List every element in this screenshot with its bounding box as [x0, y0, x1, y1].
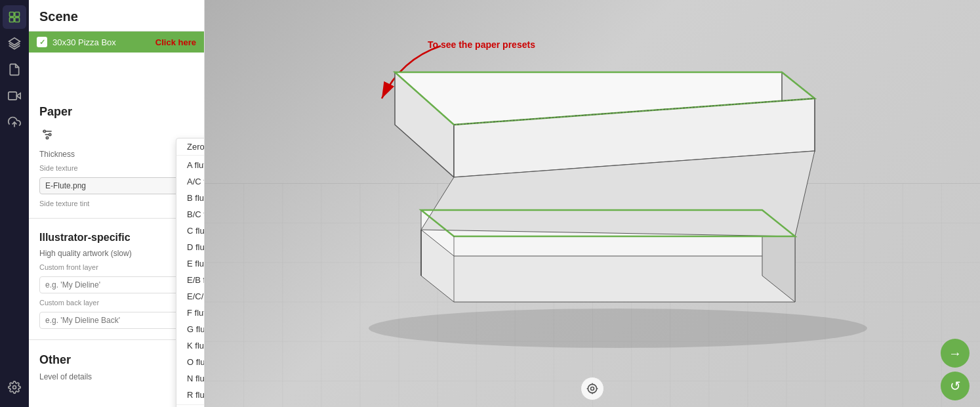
svg-marker-5 — [16, 93, 20, 98]
paper-section-title: Paper — [29, 105, 204, 124]
dropdown-edit-presets[interactable]: Edit Presets... — [176, 404, 205, 407]
side-panel: Scene 30x30 Pizza Box Click here Paper T… — [29, 0, 205, 407]
svg-point-18 — [369, 309, 867, 348]
dropdown-item-eb-flute[interactable]: E/B flute — [176, 272, 205, 288]
dropdown-item-a-flute[interactable]: A flute — [176, 157, 205, 173]
svg-point-14 — [46, 137, 48, 139]
layers-icon[interactable] — [3, 32, 26, 55]
click-here-label: Click here — [155, 37, 196, 47]
upload-icon[interactable] — [3, 110, 26, 134]
scene-item-checkbox[interactable] — [37, 37, 47, 47]
camera-icon[interactable] — [3, 84, 26, 108]
presets-dropdown: Zero thickness A flute A/C flute B flute… — [176, 138, 205, 407]
center-view-button[interactable] — [581, 377, 604, 400]
svg-point-12 — [43, 130, 45, 132]
reset-icon: ↺ — [950, 378, 961, 394]
dropdown-item-d-flute[interactable]: D flute — [176, 239, 205, 255]
dropdown-item-bc-flute[interactable]: B/C flute — [176, 206, 205, 223]
custom-front-input[interactable] — [39, 276, 194, 293]
icon-bar — [0, 0, 29, 407]
thickness-label: Thickness — [39, 150, 75, 159]
dropdown-item-zero-thickness[interactable]: Zero thickness — [176, 139, 205, 156]
dropdown-item-c-flute[interactable]: C flute — [176, 223, 205, 239]
svg-rect-2 — [10, 18, 14, 22]
dropdown-item-e-flute[interactable]: E flute — [176, 255, 205, 272]
dropdown-item-g-flute[interactable]: G flute — [176, 321, 205, 337]
custom-back-input[interactable] — [39, 312, 194, 329]
svg-point-8 — [13, 386, 16, 389]
svg-point-33 — [591, 387, 594, 391]
dropdown-item-ece-flute[interactable]: E/C/E flute — [176, 288, 205, 305]
dropdown-item-r-flute[interactable]: R flute — [176, 387, 205, 403]
level-details-label: Level of details — [39, 372, 92, 381]
dropdown-item-f-flute[interactable]: F flute — [176, 305, 205, 321]
dropdown-item-n-flute[interactable]: N flute — [176, 370, 205, 387]
svg-rect-3 — [15, 18, 20, 22]
svg-rect-1 — [15, 12, 20, 17]
side-texture-input[interactable]: E-Flute.png — [39, 177, 194, 194]
next-icon: → — [949, 346, 962, 361]
scene-item[interactable]: 30x30 Pizza Box Click here — [29, 31, 204, 53]
side-texture-value: E-Flute.png — [45, 181, 86, 190]
reset-button[interactable]: ↺ — [941, 372, 970, 400]
logo-icon[interactable] — [3, 5, 26, 29]
dropdown-item-k-flute[interactable]: K flute — [176, 337, 205, 354]
filter-presets-button[interactable] — [39, 127, 55, 144]
quality-label: High quality artwork (slow) — [39, 249, 132, 258]
dropdown-item-b-flute[interactable]: B flute — [176, 190, 205, 206]
dropdown-item-ac-flute[interactable]: A/C flute — [176, 173, 205, 190]
scene-item-label: 30x30 Pizza Box — [52, 37, 153, 47]
viewport[interactable]: To see the paper presets — [205, 0, 980, 407]
target-icon — [586, 382, 599, 395]
svg-point-13 — [49, 133, 51, 135]
svg-rect-6 — [9, 92, 16, 100]
next-button[interactable]: → — [941, 339, 970, 368]
panel-title: Scene — [29, 0, 204, 31]
svg-rect-0 — [10, 12, 14, 17]
pizza-box-3d — [270, 20, 959, 361]
settings-icon[interactable] — [3, 375, 26, 399]
file-icon[interactable] — [3, 58, 26, 81]
svg-point-32 — [588, 384, 596, 393]
dropdown-item-o-flute[interactable]: O flute — [176, 354, 205, 370]
